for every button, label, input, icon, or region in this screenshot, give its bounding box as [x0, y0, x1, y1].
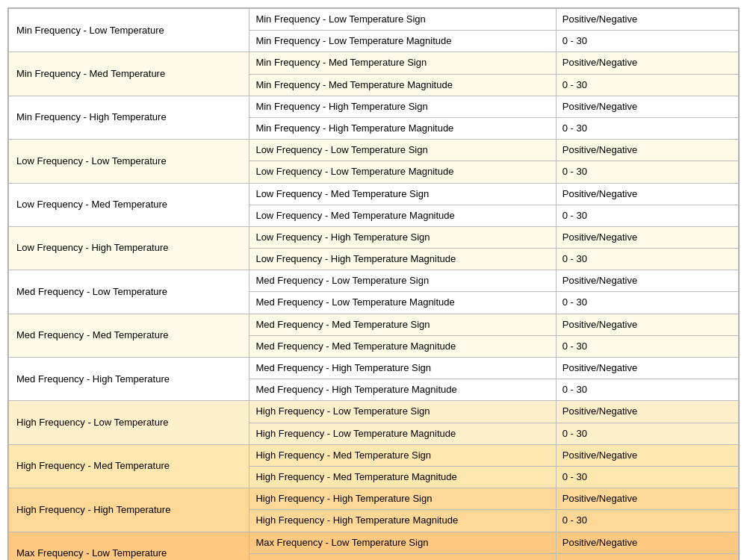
table-row: High Frequency - High TemperatureHigh Fr…	[9, 488, 739, 510]
group-label: Min Frequency - Med Temperature	[9, 52, 249, 96]
group-label: Low Frequency - High Temperature	[9, 226, 249, 270]
param-label: High Frequency - Med Temperature Sign	[249, 444, 556, 466]
param-value: 0 - 30	[556, 379, 738, 401]
param-label: Low Frequency - Med Temperature Magnitud…	[249, 205, 556, 226]
table-row: Min Frequency - Med TemperatureMin Frequ…	[9, 52, 739, 74]
data-table: Min Frequency - Low TemperatureMin Frequ…	[8, 8, 739, 560]
param-label: Min Frequency - Med Temperature Magnitud…	[249, 74, 556, 96]
group-label: High Frequency - High Temperature	[9, 488, 249, 532]
param-value: 0 - 30	[556, 423, 738, 444]
param-value: Positive/Negative	[556, 183, 738, 205]
group-label: Min Frequency - Low Temperature	[9, 9, 249, 52]
param-value: Positive/Negative	[556, 226, 738, 248]
table-row: Max Frequency - Low TemperatureMax Frequ…	[9, 532, 739, 553]
group-label: Min Frequency - High Temperature	[9, 96, 249, 139]
param-value: 0 - 30	[556, 117, 738, 139]
param-value: Positive/Negative	[556, 96, 738, 117]
param-label: Max Frequency - Low Temperature Sign	[249, 532, 556, 553]
param-value: 0 - 30	[556, 335, 738, 357]
table-row: Min Frequency - Low TemperatureMin Frequ…	[9, 9, 739, 31]
group-label: Low Frequency - Med Temperature	[9, 183, 249, 226]
param-value: Positive/Negative	[556, 358, 738, 379]
param-label: Low Frequency - Med Temperature Sign	[249, 183, 556, 205]
param-label: Med Frequency - Med Temperature Magnitud…	[249, 335, 556, 357]
param-label: Med Frequency - Low Temperature Magnitud…	[249, 292, 556, 314]
group-label: Low Frequency - Low Temperature	[9, 140, 249, 183]
main-table-container: Min Frequency - Low TemperatureMin Frequ…	[7, 7, 740, 560]
param-value: 0 - 30	[556, 292, 738, 314]
table-row: High Frequency - Med TemperatureHigh Fre…	[9, 444, 739, 466]
param-value: 0 - 30	[556, 31, 738, 52]
param-value: Positive/Negative	[556, 52, 738, 74]
param-value: 0 - 30	[556, 161, 738, 183]
group-label: Max Frequency - Low Temperature	[9, 532, 249, 560]
param-label: High Frequency - Low Temperature Sign	[249, 401, 556, 423]
param-label: Min Frequency - Low Temperature Magnitud…	[249, 31, 556, 52]
param-label: Min Frequency - High Temperature Sign	[249, 96, 556, 117]
param-label: Low Frequency - Low Temperature Sign	[249, 140, 556, 161]
table-row: High Frequency - Low TemperatureHigh Fre…	[9, 401, 739, 423]
param-value: 0 - 30	[556, 74, 738, 96]
group-label: High Frequency - Med Temperature	[9, 444, 249, 488]
param-label: Med Frequency - High Temperature Sign	[249, 358, 556, 379]
table-row: Low Frequency - Med TemperatureLow Frequ…	[9, 183, 739, 205]
param-value: 0 - 30	[556, 466, 738, 488]
table-row: Med Frequency - High TemperatureMed Freq…	[9, 358, 739, 379]
param-label: High Frequency - Low Temperature Magnitu…	[249, 423, 556, 444]
param-label: Low Frequency - Low Temperature Magnitud…	[249, 161, 556, 183]
param-value: 0 - 30	[556, 249, 738, 270]
param-label: Med Frequency - Low Temperature Sign	[249, 270, 556, 292]
param-value: Positive/Negative	[556, 444, 738, 466]
param-value: Positive/Negative	[556, 532, 738, 553]
param-label: Med Frequency - Med Temperature Sign	[249, 314, 556, 335]
group-label: Med Frequency - Low Temperature	[9, 270, 249, 314]
param-value: Positive/Negative	[556, 314, 738, 335]
param-value: 0 - 30	[556, 205, 738, 226]
group-label: Med Frequency - High Temperature	[9, 358, 249, 401]
table-row: Med Frequency - Low TemperatureMed Frequ…	[9, 270, 739, 292]
param-label: High Frequency - Med Temperature Magnitu…	[249, 466, 556, 488]
table-row: Low Frequency - High TemperatureLow Freq…	[9, 226, 739, 248]
param-value: Positive/Negative	[556, 270, 738, 292]
param-value: Positive/Negative	[556, 140, 738, 161]
param-label: Min Frequency - Med Temperature Sign	[249, 52, 556, 74]
table-row: Min Frequency - High TemperatureMin Freq…	[9, 96, 739, 117]
param-label: Min Frequency - High Temperature Magnitu…	[249, 117, 556, 139]
param-label: Max Frequency - Low Temperature Magnitud…	[249, 553, 556, 560]
param-value: Positive/Negative	[556, 401, 738, 423]
param-label: Low Frequency - High Temperature Magnitu…	[249, 249, 556, 270]
group-label: Med Frequency - Med Temperature	[9, 314, 249, 357]
table-row: Med Frequency - Med TemperatureMed Frequ…	[9, 314, 739, 335]
param-value: Positive/Negative	[556, 488, 738, 510]
group-label: High Frequency - Low Temperature	[9, 401, 249, 444]
param-label: High Frequency - High Temperature Sign	[249, 488, 556, 510]
param-label: Min Frequency - Low Temperature Sign	[249, 9, 556, 31]
param-label: Med Frequency - High Temperature Magnitu…	[249, 379, 556, 401]
param-value: Positive/Negative	[556, 9, 738, 31]
param-label: High Frequency - High Temperature Magnit…	[249, 510, 556, 532]
param-label: Low Frequency - High Temperature Sign	[249, 226, 556, 248]
param-value: 0 - 30	[556, 510, 738, 532]
param-value: 0 - 30	[556, 553, 738, 560]
table-row: Low Frequency - Low TemperatureLow Frequ…	[9, 140, 739, 161]
